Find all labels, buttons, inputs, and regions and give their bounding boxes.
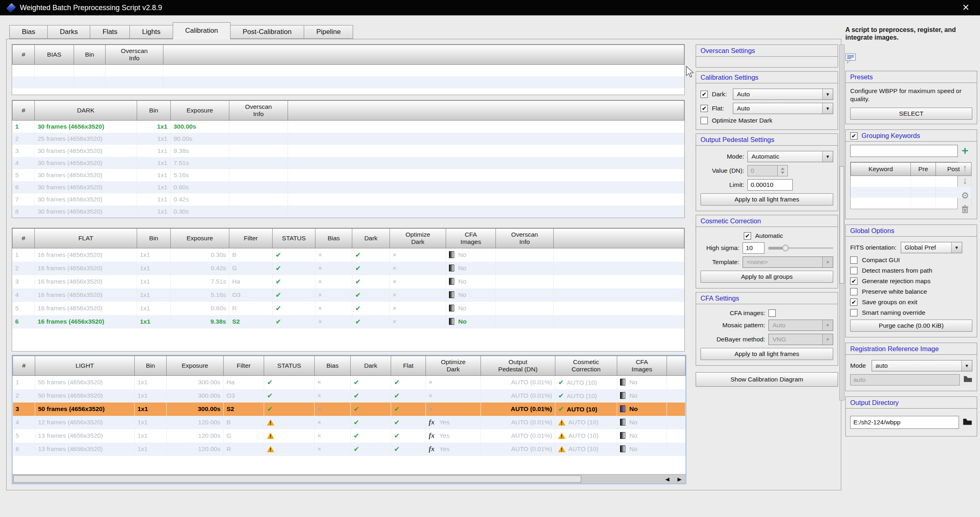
cosmetic-automatic-checkbox[interactable]: ✔	[744, 232, 751, 239]
light-group-row[interactable]: 155 frames (4656x3520)1x1300.00sHa✔×✔✔×A…	[13, 376, 686, 389]
column-header: Bias	[315, 229, 352, 248]
add-keyword-icon[interactable]: +	[962, 146, 968, 156]
move-up-icon[interactable]: ↑	[963, 163, 967, 173]
tab-lights[interactable]: Lights	[129, 25, 172, 39]
registration-mode-select[interactable]: auto ▼	[872, 360, 972, 371]
fits-orientation-select[interactable]: Global Pref ▼	[901, 242, 962, 253]
template-select[interactable]: <none> ▼	[743, 256, 833, 268]
debayer-method-select[interactable]: VNG ▼	[768, 334, 833, 345]
grouping-keywords-checkbox[interactable]: ✔	[850, 132, 857, 140]
mosaic-pattern-select[interactable]: Auto ▼	[768, 320, 833, 331]
check-icon: ✔	[394, 445, 400, 453]
light-group-row[interactable]: 412 frames (4656x3520)1x1120.00sB×✔✔fxYe…	[13, 416, 686, 429]
column-header: #	[13, 101, 35, 121]
flat-group-row[interactable]: 316 frames (4656x3520)1x17.51sHa✔×✔×No	[13, 275, 684, 288]
checkbox-generate-rejection-maps[interactable]: ✔	[850, 278, 857, 285]
warning-icon	[558, 432, 565, 439]
tab-bar: BiasDarksFlatsLightsCalibrationPost-Cali…	[0, 15, 980, 39]
close-icon[interactable]: ✕	[959, 2, 973, 13]
vertical-scrollbar[interactable]	[839, 44, 845, 400]
flat-group-row[interactable]: 616 frames (4656x3520)1x19.38sS2✔×✔×No	[13, 315, 684, 328]
checkbox-detect-masters-from-path[interactable]: ✔	[850, 267, 857, 274]
checkbox-smart-naming-override[interactable]: ✔	[850, 309, 857, 316]
flat-checkbox[interactable]: ✔	[701, 105, 708, 112]
move-down-icon[interactable]: ↓	[963, 175, 967, 185]
show-calibration-diagram-button[interactable]: Show Calibration Diagram	[696, 372, 838, 387]
check-icon: ✔	[353, 432, 359, 440]
check-icon: ✔	[275, 291, 281, 299]
keyword-input[interactable]	[850, 145, 958, 157]
tab-flats[interactable]: Flats	[90, 25, 129, 39]
apply-pedestal-all-lights-button[interactable]: Apply to all light frames	[701, 193, 833, 206]
flat-group-row[interactable]: 516 frames (4656x3520)1x10.60sR✔×✔×No	[13, 302, 684, 315]
dark-group-row[interactable]: 430 frames (4656x3520)1x17.51s	[13, 157, 684, 169]
scroll-left-icon[interactable]: ◀	[661, 475, 673, 483]
checkbox-save-groups-on-exit[interactable]: ✔	[850, 299, 857, 306]
optimize-master-dark-checkbox[interactable]: ✔	[701, 117, 708, 124]
check-icon: ✔	[355, 265, 361, 272]
output-directory-input[interactable]	[850, 416, 959, 429]
check-icon: ✔	[394, 432, 400, 440]
cfa-images-checkbox[interactable]: ✔	[768, 309, 776, 317]
dark-group-row[interactable]: 630 frames (4656x3520)1x10.60s	[13, 181, 684, 193]
purge-cache-button[interactable]: Purge cache (0.00 KiB)	[850, 320, 972, 332]
column-header: Keyword	[851, 163, 911, 176]
light-group-row[interactable]: 613 frames (4656x3520)1x1120.00sR×✔✔fxYe…	[13, 443, 686, 456]
check-icon: ✔	[355, 305, 361, 312]
apply-cfa-all-lights-button[interactable]: Apply to all light frames	[701, 348, 833, 360]
scrollbar-thumb[interactable]	[840, 166, 844, 284]
presets-select-button[interactable]: SELECT	[850, 108, 972, 120]
flat-master-select[interactable]: Auto ▼	[733, 103, 833, 114]
section-title: Output Pedestal Settings	[696, 134, 838, 146]
step-down-icon[interactable]	[781, 172, 785, 174]
pedestal-limit-input[interactable]	[747, 179, 793, 191]
pedestal-value-input[interactable]	[747, 165, 777, 176]
browse-folder-icon[interactable]	[963, 418, 972, 427]
light-group-row[interactable]: 513 frames (4656x3520)1x1120.00sG×✔✔fxYe…	[13, 429, 686, 443]
browse-folder-icon[interactable]	[963, 375, 972, 384]
scroll-right-icon[interactable]: ▶	[673, 475, 686, 483]
tab-bias[interactable]: Bias	[9, 25, 47, 39]
flat-group-row[interactable]: 116 frames (4656x3520)1x10.30sB✔×✔×No	[13, 248, 684, 262]
dark-group-row[interactable]: 130 frames (4656x3520)1x1300.00s	[13, 121, 684, 133]
flat-group-row[interactable]: 416 frames (4656x3520)1x15.16sO3✔×✔×No	[13, 288, 684, 302]
pedestal-value-stepper[interactable]	[747, 165, 788, 176]
high-sigma-input[interactable]	[743, 242, 764, 254]
apply-cosmetic-all-groups-button[interactable]: Apply to all groups	[701, 271, 833, 283]
pedestal-mode-select[interactable]: Automatic ▼	[747, 151, 833, 162]
checkbox-preserve-white-balance[interactable]: ✔	[850, 288, 857, 295]
slider-thumb[interactable]	[782, 245, 789, 251]
dark-master-select[interactable]: Auto ▼	[733, 89, 833, 100]
bias-row[interactable]	[13, 76, 684, 88]
step-up-icon[interactable]	[781, 167, 785, 170]
tab-calibration[interactable]: Calibration	[173, 22, 231, 39]
keyword-settings-gear-icon[interactable]: ⚙	[961, 191, 969, 201]
registration-reference-path-input[interactable]	[850, 374, 960, 386]
light-group-row[interactable]: 250 frames (4656x3520)1x1300.00sO3✔×✔✔×A…	[13, 389, 686, 403]
dark-checkbox[interactable]: ✔	[701, 91, 708, 98]
dark-group-row[interactable]: 330 frames (4656x3520)1x19.38s	[13, 145, 684, 157]
dark-group-row[interactable]: 225 frames (4656x3520)1x190.00s	[13, 133, 684, 145]
template-label: Template:	[701, 258, 739, 266]
fx-icon: fx	[429, 432, 434, 439]
light-group-row[interactable]: 350 frames (4656x3520)1x1300.00sS2✔×✔✔×A…	[13, 403, 686, 416]
column-header: Exposure	[167, 356, 224, 376]
tab-pipeline[interactable]: Pipeline	[304, 25, 353, 39]
horizontal-scrollbar[interactable]: ◀ ▶	[13, 474, 686, 483]
bias-row[interactable]	[13, 65, 684, 76]
section-title: CFA Settings	[696, 292, 838, 304]
check-icon: ✔	[355, 291, 361, 299]
dark-group-row[interactable]: 730 frames (4656x3520)1x10.42s	[13, 193, 684, 206]
scrollbar-thumb[interactable]	[13, 475, 581, 483]
tab-darks[interactable]: Darks	[47, 25, 90, 39]
dark-group-row[interactable]: 530 frames (4656x3520)1x15.16s	[13, 169, 684, 181]
tab-post-calibration[interactable]: Post-Calibration	[231, 25, 304, 39]
dark-group-row[interactable]: 830 frames (4656x3520)1x10.30s	[13, 206, 684, 218]
checkbox-compact-gui[interactable]: ✔	[850, 256, 857, 264]
delete-keyword-trash-icon[interactable]	[961, 205, 969, 215]
flat-group-row[interactable]: 216 frames (4656x3520)1x10.42sG✔×✔×No	[13, 262, 684, 275]
check-icon: ✔	[394, 392, 400, 400]
calibration-tab-page: #BIASBinOverscan Info #DARKBinExposureOv…	[6, 39, 841, 490]
stepper-arrows[interactable]	[777, 165, 788, 176]
high-sigma-slider[interactable]	[768, 244, 833, 252]
